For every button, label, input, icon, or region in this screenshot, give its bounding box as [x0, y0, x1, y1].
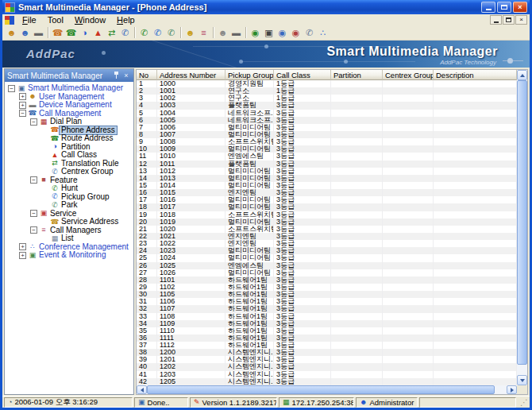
tree-item-hunt[interactable]: ✆Hunt [6, 184, 133, 193]
column-header-call-class[interactable]: Call Class [274, 70, 331, 80]
table-row[interactable]: 351110하드웨어1팀3등급 [137, 327, 517, 335]
translation-rule-icon[interactable]: ⇄ [105, 26, 118, 39]
table-row[interactable]: 411203시스템엔지니...3등급 [137, 371, 517, 378]
minus-expander-icon[interactable]: − [19, 110, 26, 117]
menu-file[interactable]: File [17, 14, 42, 25]
table-row[interactable]: 221021엔지엔팀3등급 [137, 233, 517, 240]
mdi-close-button[interactable]: × [515, 15, 527, 25]
table-row[interactable]: 201019멀티미디어팀3등급 [137, 219, 517, 226]
table-row[interactable]: 91008소프트스위치팀3등급 [137, 138, 517, 145]
maximize-button[interactable] [497, 2, 511, 13]
table-row[interactable]: 341109하드웨어1팀3등급 [137, 320, 517, 327]
horizontal-scrollbar[interactable] [137, 385, 517, 394]
minus-expander-icon[interactable]: − [30, 210, 37, 217]
table-row[interactable]: 141013멀티미디어팀3등급 [137, 175, 517, 182]
tree-item-park[interactable]: ✆Park [6, 201, 133, 210]
plus-expander-icon[interactable]: + [19, 102, 26, 109]
tree-item-service-address[interactable]: ☎Service Address [6, 218, 133, 226]
tree-item-smart-multimedia-manager[interactable]: −▣Smart Multimedia Manager [6, 84, 133, 93]
account-icon[interactable]: ☻ [216, 26, 229, 39]
table-row[interactable]: 191018소프트스위치팀3등급 [137, 211, 517, 219]
table-row[interactable]: 301105하드웨어1팀3등급 [137, 291, 517, 298]
scroll-down-button[interactable] [517, 375, 527, 385]
pickup-group-icon[interactable]: ✆ [151, 26, 164, 39]
table-row[interactable]: 151014멀티미디어팀3등급 [137, 182, 517, 189]
centrex-group-icon[interactable]: ✆ [118, 26, 132, 39]
table-row[interactable]: 171016멀티미디어팀3등급 [137, 196, 517, 203]
table-row[interactable]: 361111하드웨어1팀3등급 [137, 335, 517, 342]
column-header-address-number[interactable]: Address Number [157, 70, 226, 80]
user-group-icon[interactable]: ☻ [18, 26, 32, 39]
phone-service-icon[interactable]: ✆ [303, 26, 316, 39]
table-row[interactable]: 41003플랫폼팀3등급 [137, 102, 517, 109]
resize-grip[interactable]: ⋰ [518, 397, 528, 408]
vertical-scrollbar[interactable] [517, 70, 527, 385]
table-row[interactable]: 241023멀티미디어팀3등급 [137, 247, 517, 254]
table-row[interactable]: 21001연구소1등급 [137, 87, 517, 95]
table-row[interactable]: 211020소프트스위치팀3등급 [137, 226, 517, 233]
minus-expander-icon[interactable]: − [30, 176, 37, 184]
table-row[interactable]: 51004네트워크소프...3등급 [137, 110, 517, 117]
menu-window[interactable]: Window [69, 14, 111, 25]
park-icon[interactable]: ✆ [164, 26, 178, 39]
table-row[interactable]: 11000경영지원팀1등급 [137, 80, 517, 87]
tree-item-event-monitoring[interactable]: +▣Event & Monitoring [6, 251, 133, 260]
hunt-icon[interactable]: ✆ [137, 26, 151, 39]
tree-item-dial-plan[interactable]: −▦Dial Plan [6, 118, 133, 126]
tree-item-route-address[interactable]: ☎Route Address [6, 134, 133, 143]
table-row[interactable]: 381200시스템엔지니...3등급 [137, 349, 517, 356]
pin-icon[interactable] [112, 72, 121, 80]
table-row[interactable]: 121011플랫폼팀3등급 [137, 161, 517, 168]
table-row[interactable]: 261025엔엠에스팀3등급 [137, 262, 517, 269]
menu-tool[interactable]: Tool [42, 14, 69, 25]
minus-expander-icon[interactable]: − [30, 118, 37, 126]
partition-icon[interactable]: ◑ [78, 26, 91, 39]
web-2-icon[interactable]: ◉ [289, 26, 303, 39]
table-row[interactable]: 421205시스템엔지니...3등급 [137, 378, 517, 385]
scroll-right-button[interactable] [507, 385, 517, 394]
table-row[interactable]: 231022엔지엔팀3등급 [137, 240, 517, 247]
table-row[interactable]: 321107하드웨어1팀3등급 [137, 305, 517, 312]
column-header-pickup-group[interactable]: Pickup Group [226, 70, 274, 80]
report-icon[interactable]: ▣ [262, 26, 276, 39]
database-icon[interactable]: ◉ [249, 26, 262, 39]
menu-help[interactable]: Help [111, 14, 141, 25]
table-row[interactable]: 391201시스템엔지니...3등급 [137, 356, 517, 363]
table-row[interactable]: 281101하드웨어1팀3등급 [137, 277, 517, 284]
phone-address-icon[interactable]: ☎ [51, 26, 64, 39]
call-managers-icon[interactable]: ≡ [197, 26, 210, 39]
device-2-icon[interactable]: ▬ [229, 26, 243, 39]
user-management-icon[interactable]: ☻ [5, 26, 18, 39]
close-button[interactable]: × [513, 2, 527, 13]
plus-expander-icon[interactable]: + [19, 252, 26, 259]
table-row[interactable]: 131012멀티미디어팀3등급 [137, 168, 517, 175]
column-header-partition[interactable]: Partition [331, 70, 383, 80]
table-row[interactable]: 291102하드웨어1팀3등급 [137, 284, 517, 291]
column-header-description[interactable]: Description [434, 70, 517, 80]
mdi-minimize-button[interactable] [490, 15, 502, 25]
table-row[interactable]: 401202시스템엔지니...3등급 [137, 363, 517, 370]
table-row[interactable]: 61005네트워크소프...3등급 [137, 117, 517, 124]
table-row[interactable]: 71006멀티미디어팀3등급 [137, 124, 517, 131]
device-icon[interactable]: ▬ [32, 26, 45, 39]
service-address-icon[interactable]: ☻ [183, 26, 197, 39]
table-row[interactable]: 31002연구소1등급 [137, 95, 517, 102]
vertical-scroll-thumb[interactable] [517, 80, 527, 365]
column-header-centrex-group[interactable]: Centrex Group [383, 70, 434, 80]
table-row[interactable]: 161015엔지엔팀3등급 [137, 189, 517, 196]
table-row[interactable]: 181017멀티미디어팀3등급 [137, 203, 517, 211]
panel-close-icon[interactable]: × [121, 72, 131, 79]
column-header-no[interactable]: No [137, 70, 157, 80]
scroll-left-button[interactable] [137, 385, 147, 394]
tree-item-device-management[interactable]: +▬Device Management [6, 101, 133, 110]
table-row[interactable]: 251024멀티미디어팀3등급 [137, 254, 517, 261]
table-row[interactable]: 311106하드웨어1팀3등급 [137, 298, 517, 305]
mdi-restore-button[interactable] [503, 15, 515, 25]
tree-item-call-class[interactable]: ▲Call Class [6, 151, 133, 160]
minimize-button[interactable] [481, 2, 495, 13]
conference-icon[interactable]: ∴ [316, 26, 330, 39]
tree-item-list[interactable]: ▦List [6, 234, 133, 243]
table-row[interactable]: 101009멀티미디어팀3등급 [137, 145, 517, 153]
minus-expander-icon[interactable]: − [30, 226, 37, 234]
table-row[interactable]: 371112하드웨어1팀3등급 [137, 342, 517, 349]
